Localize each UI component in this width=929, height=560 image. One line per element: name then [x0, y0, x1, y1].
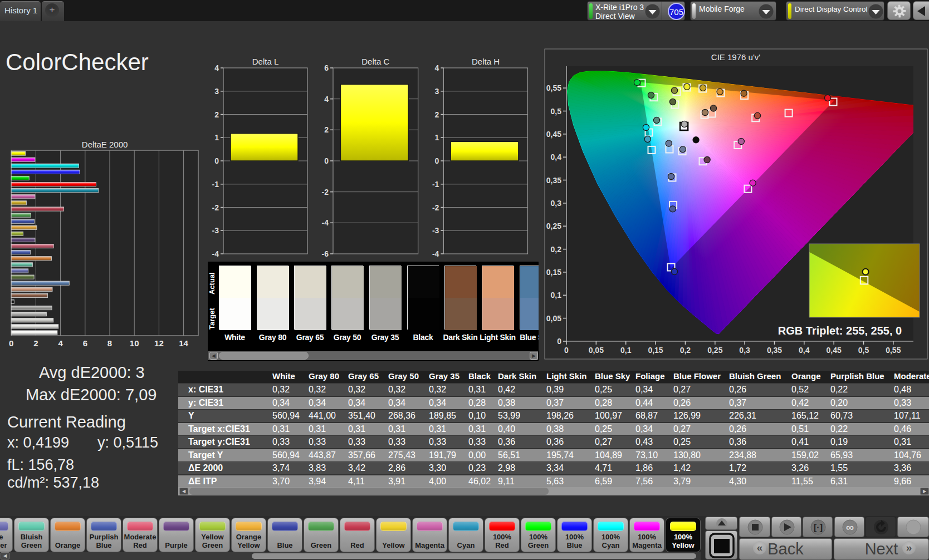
svg-text:0,5: 0,5 — [551, 107, 562, 116]
svg-text:2: 2 — [435, 110, 439, 119]
svg-text:0: 0 — [435, 156, 439, 165]
svg-text:14: 14 — [179, 338, 188, 348]
svg-text:Delta L: Delta L — [252, 57, 279, 66]
svg-text:∞: ∞ — [846, 521, 854, 533]
svg-text:-4: -4 — [212, 249, 219, 258]
svg-text:0,2: 0,2 — [551, 245, 562, 254]
svg-text:0,3: 0,3 — [739, 346, 750, 355]
svg-text:2: 2 — [214, 110, 219, 119]
svg-text:0,25: 0,25 — [707, 346, 722, 355]
svg-text:-3: -3 — [212, 226, 219, 235]
svg-text:0,2: 0,2 — [680, 346, 691, 355]
svg-text:12: 12 — [154, 338, 164, 348]
svg-text:1: 1 — [214, 133, 219, 142]
svg-text:CIE 1976 u'v': CIE 1976 u'v' — [711, 52, 760, 62]
svg-text:0,35: 0,35 — [546, 176, 561, 185]
svg-text:-1: -1 — [432, 180, 439, 189]
svg-text:0: 0 — [557, 337, 561, 346]
svg-text:-2: -2 — [432, 203, 439, 212]
svg-text:6: 6 — [83, 338, 87, 348]
svg-text:-2: -2 — [212, 203, 219, 212]
svg-text:-3: -3 — [432, 226, 439, 235]
svg-text:Delta C: Delta C — [361, 57, 389, 66]
svg-text:0: 0 — [324, 156, 329, 165]
svg-text:1: 1 — [435, 133, 439, 142]
svg-text:Delta H: Delta H — [472, 57, 500, 66]
svg-text:2: 2 — [33, 338, 38, 348]
svg-text:RGB Triplet: 255, 255, 0: RGB Triplet: 255, 255, 0 — [778, 325, 902, 337]
svg-text:4: 4 — [435, 63, 439, 72]
svg-text:0,15: 0,15 — [546, 268, 561, 277]
svg-text:0,1: 0,1 — [620, 346, 632, 355]
svg-text:8: 8 — [107, 338, 112, 348]
svg-text:0,45: 0,45 — [827, 346, 842, 355]
svg-text:6: 6 — [324, 63, 329, 72]
svg-text:0,55: 0,55 — [546, 83, 561, 92]
svg-text:-6: -6 — [322, 249, 329, 258]
svg-text:0,15: 0,15 — [648, 346, 663, 355]
svg-text:0,45: 0,45 — [546, 130, 561, 139]
svg-text:0: 0 — [214, 156, 219, 165]
svg-text:-4: -4 — [432, 249, 439, 258]
svg-text:0: 0 — [564, 346, 569, 355]
svg-text:0,4: 0,4 — [799, 346, 810, 355]
svg-text:0,4: 0,4 — [551, 153, 562, 161]
svg-text:0,55: 0,55 — [886, 346, 901, 355]
svg-text:-2: -2 — [322, 188, 329, 197]
svg-text:4: 4 — [58, 338, 63, 348]
svg-text:[·]: [·] — [814, 523, 823, 532]
svg-text:DeltaE 2000: DeltaE 2000 — [82, 140, 128, 149]
svg-text:10: 10 — [130, 338, 139, 348]
svg-text:4: 4 — [324, 95, 329, 104]
svg-text:0,25: 0,25 — [546, 222, 561, 230]
svg-text:-4: -4 — [322, 218, 329, 227]
svg-text:0,05: 0,05 — [546, 314, 561, 323]
svg-text:0,5: 0,5 — [858, 346, 869, 355]
svg-text:3: 3 — [214, 87, 219, 96]
svg-text:4: 4 — [214, 63, 219, 72]
svg-text:0,35: 0,35 — [767, 346, 782, 355]
svg-text:0,05: 0,05 — [589, 346, 604, 355]
svg-text:3: 3 — [435, 87, 439, 96]
svg-text:-1: -1 — [212, 180, 219, 189]
svg-text:0,1: 0,1 — [551, 291, 562, 299]
svg-text:0,3: 0,3 — [551, 199, 562, 208]
svg-text:2: 2 — [324, 125, 329, 134]
svg-text:0: 0 — [9, 338, 13, 348]
